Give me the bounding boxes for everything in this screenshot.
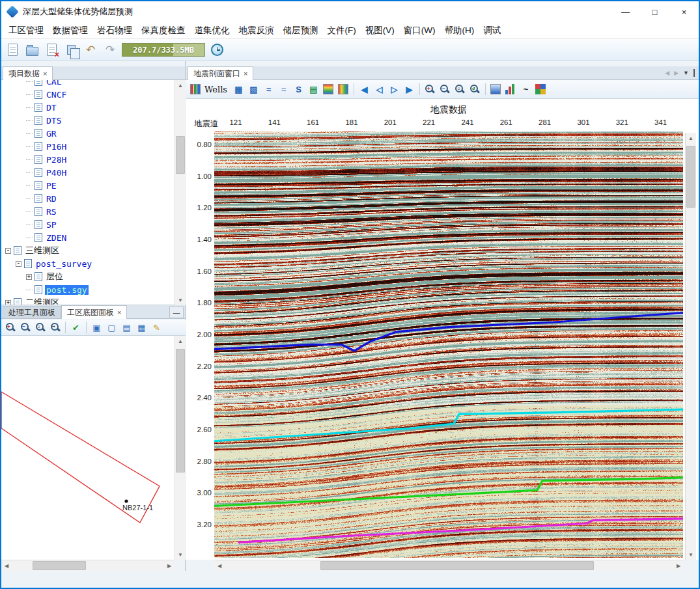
tab-工区底图面板[interactable]: 工区底图面板× [61, 305, 127, 319]
layers-icon[interactable]: ▤ [120, 322, 133, 334]
wiggle-overlay-icon[interactable]: ≈ [262, 83, 275, 96]
scroll-right-icon[interactable]: ▶ [673, 560, 684, 571]
tree-item-RD[interactable]: RD [1, 192, 175, 205]
nav-next-icon[interactable]: ▶ [674, 70, 679, 76]
zoom-window-icon[interactable]: ▫ [34, 322, 46, 334]
scroll-right-icon[interactable]: ▶ [164, 560, 175, 571]
basemap-hscrollbar[interactable]: ◀ ▶ [1, 560, 175, 571]
tree-item-P16H[interactable]: P16H [1, 140, 175, 153]
colorbar-icon[interactable] [337, 83, 350, 96]
menu-item-岩石物理[interactable]: 岩石物理 [92, 23, 137, 38]
history-clock-icon[interactable] [209, 42, 225, 58]
palette-icon[interactable] [322, 83, 335, 96]
first-section-icon[interactable]: ◀ [358, 83, 371, 96]
tree-item-二维测区[interactable]: +二维测区 [1, 296, 175, 305]
scroll-down-icon[interactable]: ▼ [686, 549, 696, 560]
scroll-left-icon[interactable]: ◀ [214, 560, 225, 571]
tree-item-GR[interactable]: GR [1, 127, 175, 140]
select-icon[interactable]: ✔ [70, 322, 82, 334]
s-transform-icon[interactable]: S [292, 83, 305, 96]
undo-icon[interactable]: ↶ [83, 42, 98, 58]
tree-item-CAL[interactable]: CAL [1, 80, 175, 88]
seismic-vscrollbar[interactable]: ▲ ▼ [685, 133, 696, 560]
zoom-in-icon[interactable]: + [424, 83, 436, 96]
tree-toggle-icon[interactable]: - [5, 248, 11, 254]
tree-item-SP[interactable]: SP [1, 218, 175, 231]
tree-toggle-icon[interactable]: + [5, 300, 11, 306]
scroll-up-icon[interactable]: ▲ [686, 133, 696, 143]
copy-icon[interactable] [63, 42, 79, 58]
next-section-icon[interactable]: ▷ [388, 83, 400, 96]
tree-toggle-icon[interactable]: - [16, 261, 21, 267]
tab-close-icon[interactable]: × [244, 70, 247, 77]
tab-seismic-section[interactable]: 地震剖面窗口 × [188, 66, 253, 80]
frame-icon[interactable]: ▢ [105, 322, 118, 334]
menu-item-数据管理[interactable]: 数据管理 [48, 23, 92, 38]
scroll-thumb[interactable] [176, 136, 185, 174]
tree-item-P28H[interactable]: P28H [1, 153, 175, 166]
scroll-up-icon[interactable]: ▲ [175, 336, 186, 346]
prev-section-icon[interactable]: ◁ [373, 83, 385, 96]
attribute-icon[interactable] [535, 83, 547, 96]
minimize-button[interactable]: — [611, 1, 640, 22]
tree-item-RS[interactable]: RS [1, 205, 175, 218]
tab-project-data[interactable]: 项目数据 × [3, 66, 53, 80]
scroll-left-icon[interactable]: ◀ [1, 560, 12, 571]
menu-item-视图(V)[interactable]: 视图(V) [361, 23, 399, 38]
grid-icon[interactable]: ▦ [135, 322, 148, 334]
variable-density-icon[interactable]: ▦ [232, 83, 245, 96]
zoom-out-icon[interactable]: − [19, 322, 31, 334]
histogram-icon[interactable] [505, 83, 517, 96]
seismic-hscrollbar[interactable]: ◀ ▶ [214, 560, 684, 571]
tree-item-ZDEN[interactable]: ZDEN [1, 231, 175, 244]
tree-vscrollbar[interactable]: ▲ ▼ [175, 80, 186, 305]
gain-icon[interactable] [490, 83, 502, 96]
wavelet-icon[interactable]: ~ [520, 83, 532, 96]
basemap-vscrollbar[interactable]: ▲ ▼ [175, 336, 186, 560]
overlay-grid-icon[interactable]: ▤ [307, 83, 320, 96]
new-file-icon[interactable] [5, 42, 20, 58]
menu-item-道集优化[interactable]: 道集优化 [190, 23, 234, 38]
menu-item-文件(F)[interactable]: 文件(F) [323, 23, 361, 38]
scroll-down-icon[interactable]: ▼ [175, 295, 186, 305]
scroll-up-icon[interactable]: ▲ [175, 80, 186, 90]
redo-icon[interactable]: ↷ [102, 42, 118, 58]
last-section-icon[interactable]: ▶ [403, 83, 415, 96]
scroll-down-icon[interactable]: ▼ [175, 549, 186, 560]
menu-item-工区管理[interactable]: 工区管理 [4, 23, 48, 38]
close-button[interactable]: × [669, 1, 699, 22]
basemap-canvas[interactable]: NB27-1-1 [1, 336, 175, 560]
wiggle-mute-icon[interactable]: ≈ [277, 83, 290, 96]
tree-item-DT[interactable]: DT [1, 101, 175, 114]
panel-minimize-button[interactable]: — [169, 307, 184, 318]
wells-toggle-icon[interactable] [189, 83, 201, 96]
menu-item-储层预测[interactable]: 储层预测 [279, 23, 323, 38]
menu-item-调试[interactable]: 调试 [479, 23, 505, 38]
tree-item-三维测区[interactable]: -三维测区 [1, 244, 175, 257]
zoom-in-icon[interactable]: + [4, 322, 16, 334]
menu-item-保真度检查[interactable]: 保真度检查 [137, 23, 190, 38]
zoom-out-icon[interactable]: − [439, 83, 451, 96]
tree-item-DTS[interactable]: DTS [1, 114, 175, 127]
tab-处理工具面板[interactable]: 处理工具面板 [3, 306, 61, 318]
tree-item-post_survey[interactable]: -post_survey [1, 257, 175, 270]
seismic-section-canvas[interactable] [214, 131, 683, 558]
open-file-icon[interactable] [24, 42, 40, 58]
tab-close-icon[interactable]: × [117, 308, 121, 316]
tree-item-CNCF[interactable]: CNCF [1, 88, 175, 101]
nav-prev-icon[interactable]: ◀ [665, 70, 669, 76]
density-mute-icon[interactable]: ▨ [247, 83, 260, 96]
scroll-thumb[interactable] [320, 561, 594, 570]
zoom-fit-icon[interactable]: ↔ [49, 322, 61, 334]
menu-item-窗口(W)[interactable]: 窗口(W) [399, 23, 440, 38]
scroll-thumb[interactable] [33, 561, 86, 570]
tree-item-P40H[interactable]: P40H [1, 166, 175, 179]
tree-item-post.sgy[interactable]: post.sgy [1, 283, 175, 296]
well-marker[interactable] [124, 499, 128, 502]
zoom-window-icon[interactable]: ▫ [454, 83, 466, 96]
menu-item-地震反演[interactable]: 地震反演 [234, 23, 279, 38]
close-file-icon[interactable]: × [44, 42, 59, 58]
zoom-reset-icon[interactable]: ↺ [469, 83, 481, 96]
scroll-thumb[interactable] [176, 349, 185, 473]
scroll-thumb[interactable] [686, 146, 695, 208]
